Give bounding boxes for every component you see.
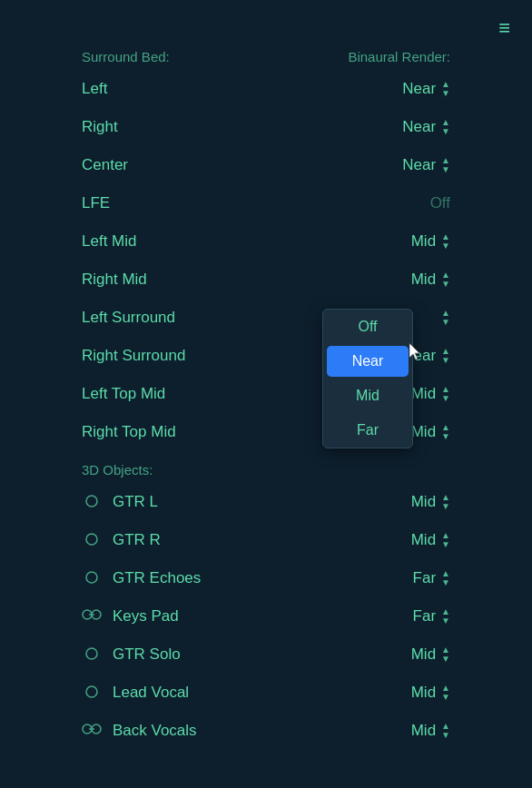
surround-label-right: Right <box>82 118 118 136</box>
surround-value-left-top-mid[interactable]: Mid▲▼ <box>411 385 450 403</box>
dropdown-item-mid[interactable]: Mid <box>323 379 412 413</box>
surround-value-center[interactable]: Near▲▼ <box>402 156 450 174</box>
dropdown-item-off[interactable]: Off <box>323 310 412 344</box>
dropdown-item-far[interactable]: Far <box>323 413 412 448</box>
surround-label-left: Left <box>82 80 107 98</box>
object-label-gtr-l: GTR L <box>113 493 158 511</box>
object-value-keys-pad[interactable]: Far▲▼ <box>413 607 450 625</box>
surround-label-right-surround: Right Surround <box>82 347 185 365</box>
surround-row-left-top-mid: Left Top MidMid▲▼ <box>0 375 532 413</box>
svg-point-7 <box>86 686 97 697</box>
surround-row-center: CenterNear▲▼ <box>0 146 532 184</box>
surround-label-left-mid: Left Mid <box>82 232 136 251</box>
object-value-gtr-echoes[interactable]: Far▲▼ <box>413 569 450 587</box>
surround-row-right-surround: Right SurroundNear▲▼ <box>0 337 532 375</box>
circle-icon <box>82 646 102 664</box>
surround-row-lfe: LFEOff <box>0 184 532 222</box>
circle-icon <box>82 532 102 549</box>
object-label-back-vocals: Back Vocals <box>113 722 197 740</box>
surround-value-left-surround[interactable]: ▲▼ <box>436 309 450 327</box>
object-row-back-vocals: Back VocalsMid▲▼ <box>0 712 532 750</box>
circle-icon <box>82 685 102 702</box>
object-value-gtr-solo[interactable]: Mid▲▼ <box>411 645 450 664</box>
svg-point-2 <box>86 572 97 583</box>
surround-label-right-top-mid: Right Top Mid <box>82 423 176 441</box>
surround-row-left-mid: Left MidMid▲▼ <box>0 222 532 261</box>
surround-label-left-surround: Left Surround <box>82 309 175 327</box>
surround-value-lfe[interactable]: Off <box>430 194 450 212</box>
object-label-keys-pad: Keys Pad <box>113 607 179 625</box>
object-value-gtr-r[interactable]: Mid▲▼ <box>411 531 450 549</box>
object-label-lead-vocal: Lead Vocal <box>113 684 189 702</box>
surround-label-lfe: LFE <box>82 194 110 212</box>
surround-row-left: LeftNear▲▼ <box>0 70 532 108</box>
link-icon <box>82 607 102 625</box>
menu-icon[interactable]: ≡ <box>498 16 510 40</box>
surround-value-right[interactable]: Near▲▼ <box>402 118 450 136</box>
object-row-lead-vocal: Lead VocalMid▲▼ <box>0 674 532 712</box>
header: ≡ <box>0 0 532 49</box>
surround-label-right-mid: Right Mid <box>82 271 147 289</box>
object-row-gtr-r: GTR RMid▲▼ <box>0 521 532 559</box>
circle-icon <box>82 570 102 587</box>
link-icon <box>82 722 102 740</box>
object-row-keys-pad: Keys PadFar▲▼ <box>0 597 532 635</box>
surround-value-left[interactable]: Near▲▼ <box>402 80 450 98</box>
surround-label-center: Center <box>82 156 128 174</box>
object-value-back-vocals[interactable]: Mid▲▼ <box>411 722 450 740</box>
svg-point-6 <box>86 648 97 659</box>
surround-rows: LeftNear▲▼RightNear▲▼CenterNear▲▼LFEOffL… <box>0 70 532 451</box>
surround-value-left-mid[interactable]: Mid▲▼ <box>411 232 450 251</box>
dropdown-menu[interactable]: OffNearMidFar <box>322 309 413 448</box>
surround-value-right-top-mid[interactable]: Mid▲▼ <box>411 423 450 441</box>
surround-row-right-top-mid: Right Top MidMid▲▼ <box>0 413 532 451</box>
surround-label-left-top-mid: Left Top Mid <box>82 385 165 403</box>
dropdown-item-near[interactable]: Near <box>327 346 409 377</box>
object-row-gtr-solo: GTR SoloMid▲▼ <box>0 635 532 674</box>
surround-row-right-mid: Right MidMid▲▼ <box>0 261 532 299</box>
svg-point-1 <box>86 534 97 545</box>
object-label-gtr-echoes: GTR Echoes <box>113 569 201 587</box>
objects-section-label: 3D Objects: <box>0 458 532 481</box>
binaural-render-label: Binaural Render: <box>348 49 450 64</box>
surround-row-left-surround: Left Surround▲▼ <box>0 299 532 337</box>
circle-icon <box>82 494 102 511</box>
object-row-gtr-echoes: GTR EchoesFar▲▼ <box>0 559 532 597</box>
object-row-gtr-l: GTR LMid▲▼ <box>0 483 532 521</box>
svg-point-0 <box>86 496 97 507</box>
object-label-gtr-r: GTR R <box>113 531 161 549</box>
object-value-lead-vocal[interactable]: Mid▲▼ <box>411 684 450 702</box>
surround-row-right: RightNear▲▼ <box>0 108 532 146</box>
surround-value-right-mid[interactable]: Mid▲▼ <box>411 271 450 289</box>
object-value-gtr-l[interactable]: Mid▲▼ <box>411 493 450 511</box>
object-label-gtr-solo: GTR Solo <box>113 645 181 664</box>
surround-bed-label: Surround Bed: <box>82 49 170 64</box>
objects-rows: GTR LMid▲▼GTR RMid▲▼GTR EchoesFar▲▼Keys … <box>0 483 532 750</box>
